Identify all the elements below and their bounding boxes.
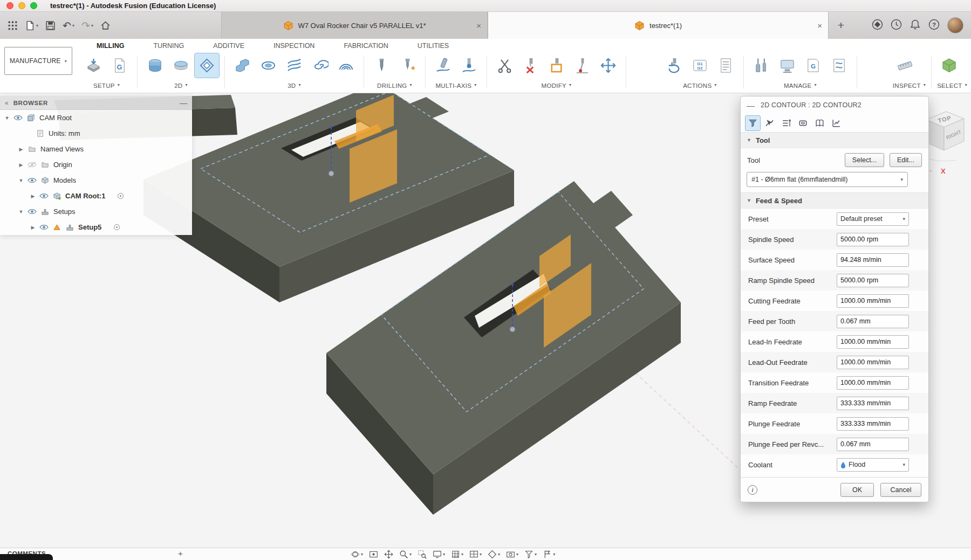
new-setup-button[interactable] — [81, 53, 106, 78]
expand-caret-icon[interactable]: ▶ — [30, 225, 36, 230]
group-dropdown-drilling[interactable]: DRILLING▾ — [370, 82, 420, 89]
dialog-collapse-icon[interactable]: — — [747, 101, 755, 110]
tool-select-button[interactable]: Select... — [845, 153, 884, 167]
tab-statistics-icon[interactable] — [829, 116, 844, 130]
expand-caret-icon[interactable]: ▼ — [4, 115, 10, 121]
visibility-eye-icon[interactable] — [39, 192, 49, 200]
bore-button[interactable] — [395, 53, 420, 78]
multi-axis-contour-button[interactable] — [457, 53, 481, 78]
visual-style-button[interactable]: ▾ — [488, 550, 500, 559]
info-icon[interactable]: i — [748, 485, 757, 495]
plunge-feedrate-input[interactable] — [837, 417, 909, 431]
drill-button[interactable] — [370, 53, 394, 78]
dialog-header[interactable]: — 2D CONTOUR : 2D CONTOUR2 — [741, 96, 928, 114]
save-button[interactable] — [45, 20, 56, 31]
visibility-eye-icon[interactable] — [13, 114, 23, 122]
tree-row-setups[interactable]: ▼ Setups — [0, 204, 192, 219]
doc-tab-rocker-chair[interactable]: W7 Oval Rocker Chair v5 PARALLEL v1* × — [221, 12, 488, 39]
tree-row-origin[interactable]: ▶ Origin — [0, 157, 192, 172]
generate-button[interactable] — [662, 53, 686, 78]
group-dropdown-select[interactable]: SELECT▾ — [937, 82, 967, 89]
target-radio-icon[interactable] — [114, 224, 120, 230]
viewports-button[interactable]: ▾ — [469, 550, 482, 559]
move-toolpath-button[interactable] — [596, 53, 620, 78]
3d-adaptive-button[interactable] — [230, 53, 255, 78]
transition-feedrate-input[interactable] — [837, 376, 909, 390]
ribbon-tab-milling[interactable]: MILLING — [82, 40, 139, 52]
orbit-button[interactable]: ▾ — [351, 550, 363, 559]
zoom-window-button[interactable] — [30, 2, 37, 9]
feed-per-tooth-input[interactable] — [837, 315, 909, 328]
parallel-button[interactable] — [282, 53, 306, 78]
lead-in-feedrate-input[interactable] — [837, 335, 909, 349]
machine-library-button[interactable] — [775, 53, 799, 78]
tool-dropdown[interactable]: #1 - Ø6mm flat (6mmflatendmill) ▾ — [747, 172, 908, 187]
template-library-button[interactable] — [827, 53, 851, 78]
tree-row-named-views[interactable]: ▶ Named Views — [0, 141, 192, 157]
spiral-button[interactable] — [308, 53, 332, 78]
display-settings-button[interactable]: ▾ — [433, 550, 445, 559]
ok-button[interactable]: OK — [840, 483, 874, 497]
markers-button[interactable]: ▾ — [543, 550, 555, 559]
tab-heights-icon[interactable] — [779, 116, 794, 130]
notifications-bell-icon[interactable] — [910, 19, 921, 32]
zoom-window-button[interactable] — [418, 550, 427, 559]
tab-linking-icon[interactable] — [812, 116, 827, 130]
zoom-button[interactable]: ▾ — [399, 550, 412, 559]
group-dropdown-modify[interactable]: MODIFY▾ — [493, 82, 620, 89]
morphed-spiral-button[interactable] — [334, 53, 358, 78]
viewport[interactable]: TOP RIGHT X « BROWSER — ▼ CAM Root — [0, 93, 971, 548]
spindle-speed-input[interactable] — [837, 233, 909, 246]
app-grid-icon[interactable] — [8, 20, 18, 31]
undo-button[interactable]: ↶▾ — [63, 20, 74, 31]
home-view-button[interactable] — [100, 20, 111, 31]
ribbon-tab-fabrication[interactable]: FABRICATION — [329, 40, 402, 52]
look-at-button[interactable] — [369, 550, 378, 559]
expand-caret-icon[interactable]: ▶ — [30, 193, 36, 199]
cancel-button[interactable]: Cancel — [880, 483, 921, 497]
ramp-feedrate-input[interactable] — [837, 397, 909, 410]
browser-minimize-button[interactable]: — — [180, 99, 187, 107]
help-icon[interactable]: ? — [928, 19, 940, 32]
doc-tab-testrec[interactable]: testrec*(1) × — [488, 12, 829, 39]
browser-collapse-icon[interactable]: « — [5, 99, 9, 107]
close-tab-icon[interactable]: × — [817, 21, 822, 30]
job-status-icon[interactable] — [891, 19, 902, 32]
feed-speed-section-header[interactable]: ▼ Feed & Speed — [741, 192, 928, 209]
ribbon-tab-inspection[interactable]: INSPECTION — [259, 40, 329, 52]
probe-wcs-button[interactable] — [570, 53, 594, 78]
tool-edit-button[interactable]: Edit... — [890, 153, 922, 167]
ramp-spindle-speed-input[interactable] — [837, 274, 909, 287]
minimize-window-button[interactable] — [18, 2, 25, 9]
swarf-button[interactable] — [431, 53, 455, 78]
visibility-off-eye-icon[interactable] — [28, 161, 37, 169]
tree-row-cam-root[interactable]: ▼ CAM Root — [0, 110, 192, 126]
expand-caret-icon[interactable]: ▼ — [18, 209, 24, 215]
group-dropdown-actions[interactable]: ACTIONS▾ — [662, 82, 738, 89]
2d-contour-button[interactable] — [195, 53, 219, 78]
3d-pocket-button[interactable] — [256, 53, 281, 78]
close-tab-icon[interactable]: × — [476, 21, 481, 30]
add-comment-button[interactable]: + — [178, 549, 183, 558]
tab-passes-icon[interactable] — [796, 116, 810, 130]
new-tab-button[interactable]: + — [829, 12, 853, 39]
post-process-button[interactable]: G1G2 — [688, 53, 712, 78]
ribbon-tab-additive[interactable]: ADDITIVE — [199, 40, 259, 52]
capture-button[interactable]: ▾ — [506, 550, 518, 559]
nc-program-button[interactable]: G — [107, 53, 132, 78]
tool-section-header[interactable]: ▼ Tool — [741, 132, 928, 148]
redo-button[interactable]: ↷▾ — [81, 20, 93, 31]
target-radio-icon[interactable] — [118, 193, 124, 199]
2d-adaptive-button[interactable] — [143, 53, 167, 78]
tool-library-button[interactable] — [749, 53, 774, 78]
lead-out-feedrate-input[interactable] — [837, 356, 909, 369]
ribbon-tab-utilities[interactable]: UTILITIES — [403, 40, 463, 52]
select-button[interactable] — [937, 53, 961, 78]
pan-button[interactable] — [384, 550, 393, 559]
cutting-feedrate-input[interactable] — [837, 294, 909, 308]
group-dropdown-3d[interactable]: 3D▾ — [230, 82, 358, 89]
expand-caret-icon[interactable]: ▶ — [18, 147, 24, 152]
ribbon-tab-turning[interactable]: TURNING — [139, 40, 199, 52]
close-window-button[interactable] — [6, 2, 13, 9]
pattern-button[interactable] — [544, 53, 569, 78]
